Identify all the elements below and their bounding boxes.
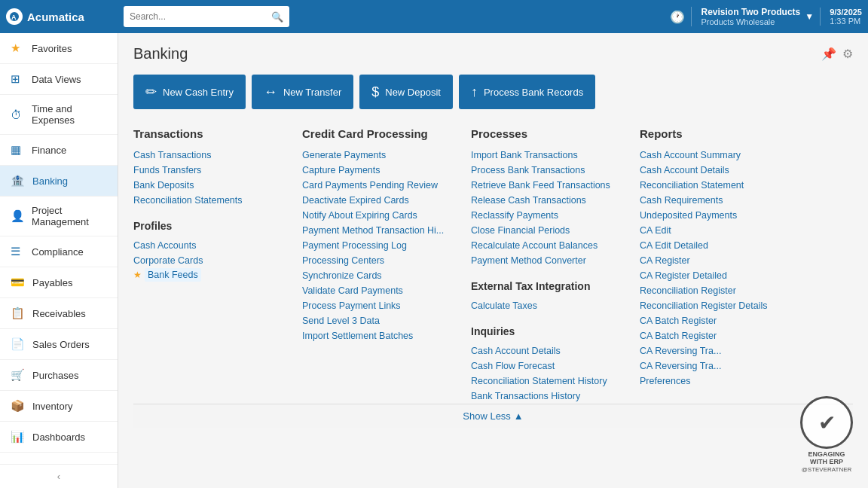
sidebar: ★ Favorites ⊞ Data Views ⏱ Time and Expe… — [0, 33, 118, 488]
link-payment-method-transaction[interactable]: Payment Method Transaction Hi... — [302, 223, 453, 238]
link-reconciliation-register-details[interactable]: Reconciliation Register Details — [640, 298, 790, 313]
new-cash-entry-button[interactable]: ✏ New Cash Entry — [133, 75, 246, 109]
sidebar-item-favorites[interactable]: ★ Favorites — [0, 33, 118, 64]
new-transfer-label: New Transfer — [283, 87, 341, 98]
sidebar-item-purchases[interactable]: 🛒 Purchases — [0, 360, 118, 391]
new-deposit-button[interactable]: $ New Deposit — [359, 75, 453, 109]
reports-title: Reports — [640, 127, 790, 140]
link-calculate-taxes[interactable]: Calculate Taxes — [471, 298, 622, 313]
link-validate-card-payments[interactable]: Validate Card Payments — [302, 283, 453, 298]
link-cash-transactions[interactable]: Cash Transactions — [133, 148, 284, 163]
link-import-settlement-batches[interactable]: Import Settlement Batches — [302, 328, 453, 343]
logo: A Acumatica — [6, 8, 118, 25]
watermark-text: ENGAGINGWITH ERP@STEVERATNER — [802, 450, 852, 473]
link-cash-account-details-rep[interactable]: Cash Account Details — [640, 163, 790, 178]
link-reclassify-payments[interactable]: Reclassify Payments — [471, 208, 622, 223]
link-generate-payments[interactable]: Generate Payments — [302, 148, 453, 163]
topbar-actions: 🕐 — [670, 10, 685, 24]
show-less-label: Show Less — [463, 410, 511, 422]
link-process-bank-transactions[interactable]: Process Bank Transactions — [471, 163, 622, 178]
link-ca-register[interactable]: CA Register — [640, 253, 790, 268]
link-ca-batch-register-2[interactable]: CA Batch Register — [640, 328, 790, 343]
history-icon[interactable]: 🕐 — [670, 10, 685, 24]
search-input[interactable] — [130, 11, 267, 22]
inventory-icon: 📦 — [11, 399, 25, 413]
link-reconciliation-register[interactable]: Reconciliation Register — [640, 283, 790, 298]
sidebar-item-compliance[interactable]: ☰ Compliance — [0, 236, 118, 267]
link-undeposited-payments[interactable]: Undeposited Payments — [640, 208, 790, 223]
link-cash-requirements[interactable]: Cash Requirements — [640, 193, 790, 208]
col-transactions-profiles: Transactions Cash Transactions Funds Tra… — [133, 127, 284, 404]
sidebar-item-project-mgmt[interactable]: 👤 Project Management — [0, 197, 118, 236]
search-icon: 🔍 — [271, 11, 283, 23]
menu-columns: Transactions Cash Transactions Funds Tra… — [133, 127, 853, 404]
link-payment-processing-log[interactable]: Payment Processing Log — [302, 238, 453, 253]
link-recalculate-account-balances[interactable]: Recalculate Account Balances — [471, 238, 622, 253]
sidebar-item-finance[interactable]: ▦ Finance — [0, 135, 118, 166]
process-bank-records-button[interactable]: ↑ Process Bank Records — [459, 75, 595, 109]
link-cash-account-summary[interactable]: Cash Account Summary — [640, 148, 790, 163]
sidebar-item-inventory[interactable]: 📦 Inventory — [0, 391, 118, 422]
link-cash-flow-forecast[interactable]: Cash Flow Forecast — [471, 358, 622, 374]
link-notify-expiring-cards[interactable]: Notify About Expiring Cards — [302, 208, 453, 223]
dashboards-icon: 📊 — [11, 430, 25, 444]
link-send-level-3-data[interactable]: Send Level 3 Data — [302, 313, 453, 328]
link-release-cash-transactions[interactable]: Release Cash Transactions — [471, 193, 622, 208]
pin-icon[interactable]: 📌 — [821, 47, 836, 61]
logo-icon: A — [6, 8, 23, 25]
company-name: Revision Two Products — [701, 7, 800, 17]
link-bank-feeds[interactable]: Bank Feeds — [145, 268, 201, 282]
link-close-financial-periods[interactable]: Close Financial Periods — [471, 223, 622, 238]
sidebar-item-dashboards[interactable]: 📊 Dashboards — [0, 422, 118, 453]
link-reconciliation-statements[interactable]: Reconciliation Statements — [133, 193, 284, 208]
link-reconciliation-statement-rep[interactable]: Reconciliation Statement — [640, 178, 790, 193]
link-cash-account-details-inq[interactable]: Cash Account Details — [471, 343, 622, 358]
sidebar-item-receivables[interactable]: 📋 Receivables — [0, 298, 118, 329]
link-ca-edit[interactable]: CA Edit — [640, 223, 790, 238]
settings-icon[interactable]: ⚙ — [842, 47, 853, 61]
link-import-bank-transactions[interactable]: Import Bank Transactions — [471, 148, 622, 163]
sidebar-label-data-views: Data Views — [32, 74, 81, 85]
sidebar-item-sales-orders[interactable]: 📄 Sales Orders — [0, 329, 118, 360]
sidebar-collapse-button[interactable]: ‹ — [0, 464, 118, 488]
link-payment-method-converter[interactable]: Payment Method Converter — [471, 253, 622, 268]
link-ca-register-detailed[interactable]: CA Register Detailed — [640, 268, 790, 283]
link-ca-edit-detailed[interactable]: CA Edit Detailed — [640, 238, 790, 253]
link-synchronize-cards[interactable]: Synchronize Cards — [302, 268, 453, 283]
sidebar-label-sales-orders: Sales Orders — [32, 339, 90, 350]
receivables-icon: 📋 — [11, 307, 25, 320]
link-ca-batch-register[interactable]: CA Batch Register — [640, 313, 790, 328]
new-transfer-button[interactable]: ↔ New Transfer — [252, 75, 353, 109]
link-capture-payments[interactable]: Capture Payments — [302, 163, 453, 178]
sidebar-item-payables[interactable]: 💳 Payables — [0, 267, 118, 298]
sidebar-label-purchases: Purchases — [32, 370, 78, 381]
new-cash-entry-icon: ✏ — [145, 84, 157, 100]
link-ca-reversing-tra-2[interactable]: CA Reversing Tra... — [640, 358, 790, 374]
finance-icon: ▦ — [11, 143, 24, 157]
new-cash-entry-label: New Cash Entry — [163, 87, 234, 98]
processes-title: Processes — [471, 127, 622, 140]
link-corporate-cards[interactable]: Corporate Cards — [133, 253, 284, 268]
link-ca-reversing-tra-1[interactable]: CA Reversing Tra... — [640, 343, 790, 358]
link-processing-centers[interactable]: Processing Centers — [302, 253, 453, 268]
link-retrieve-bank-feed-transactions[interactable]: Retrieve Bank Feed Transactions — [471, 178, 622, 193]
sidebar-label-finance: Finance — [32, 145, 66, 156]
link-card-payments-pending-review[interactable]: Card Payments Pending Review — [302, 178, 453, 193]
link-process-payment-links[interactable]: Process Payment Links — [302, 298, 453, 313]
link-reconciliation-statement-history[interactable]: Reconciliation Statement History — [471, 374, 622, 389]
sidebar-item-data-views[interactable]: ⊞ Data Views — [0, 64, 118, 95]
main-layout: ★ Favorites ⊞ Data Views ⏱ Time and Expe… — [0, 33, 868, 488]
company-dropdown-icon[interactable]: ▼ — [805, 11, 814, 22]
link-deactivate-expired-cards[interactable]: Deactivate Expired Cards — [302, 193, 453, 208]
sidebar-item-banking[interactable]: 🏦 Banking — [0, 166, 118, 197]
link-bank-transactions-history[interactable]: Bank Transactions History — [471, 389, 622, 404]
transactions-title: Transactions — [133, 127, 284, 140]
show-less-bar[interactable]: Show Less ▲ — [133, 404, 853, 428]
topbar-date: 9/3/2025 1:33 PM — [820, 8, 862, 26]
link-cash-accounts[interactable]: Cash Accounts — [133, 238, 284, 253]
link-preferences[interactable]: Preferences — [640, 374, 790, 389]
link-bank-deposits[interactable]: Bank Deposits — [133, 178, 284, 193]
sidebar-item-time-expenses[interactable]: ⏱ Time and Expenses — [0, 95, 118, 135]
link-funds-transfers[interactable]: Funds Transfers — [133, 163, 284, 178]
watermark-circle: ✔ — [800, 396, 853, 449]
